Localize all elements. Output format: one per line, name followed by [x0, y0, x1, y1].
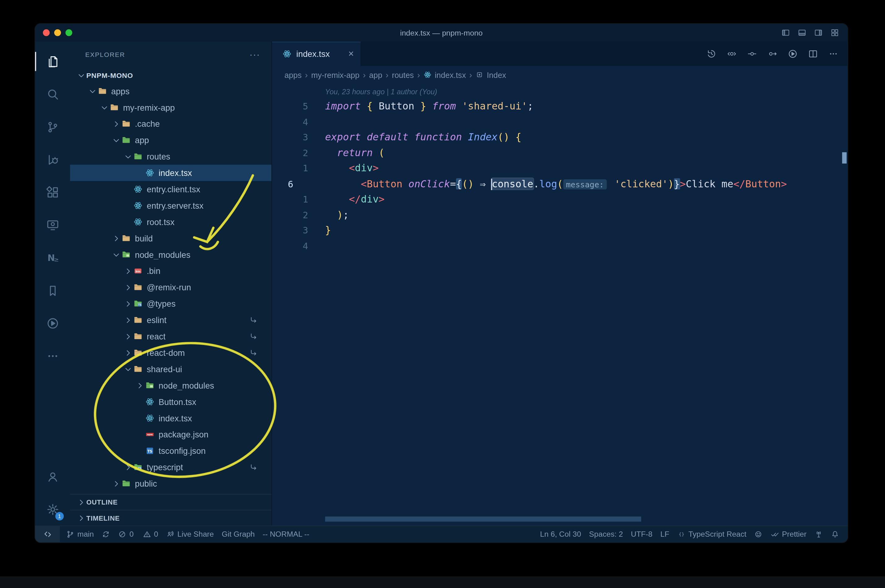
status-sync[interactable] — [98, 526, 114, 543]
folder-ts-icon: TS — [133, 299, 143, 309]
tree-item-label: Button.tsx — [159, 397, 197, 406]
activity-extensions[interactable] — [35, 176, 70, 208]
breadcrumb-my-remix-app[interactable]: my-remix-app — [311, 70, 360, 79]
breadcrumb-apps[interactable]: apps — [284, 70, 301, 79]
close-icon[interactable]: × — [348, 49, 354, 59]
code-line-5[interactable]: 1 <div> — [272, 161, 847, 176]
tree-file-package.json[interactable]: npmpackage.json — [70, 426, 271, 443]
tree-folder-@types[interactable]: TS@types — [70, 296, 271, 312]
activity-settings[interactable]: 1 — [35, 493, 70, 525]
horizontal-scrollbar[interactable] — [325, 517, 641, 522]
activity-source-control[interactable] — [35, 111, 70, 144]
status-problems[interactable]: 00 — [114, 526, 162, 543]
folder-green-icon — [121, 135, 131, 145]
status-notifications[interactable] — [827, 526, 843, 543]
breadcrumb-index.tsx[interactable]: index.tsx — [423, 70, 466, 79]
jump-icon[interactable] — [767, 48, 778, 59]
code-line-4[interactable]: 2 return ( — [272, 145, 847, 161]
status-live-share[interactable]: Live Share — [162, 526, 218, 543]
activity-run-debug[interactable] — [35, 143, 70, 176]
tree-root-pnpm-mono[interactable]: PNPM-MONO — [70, 68, 271, 83]
code-line-2[interactable]: 4 — [272, 114, 847, 129]
minimize-button[interactable] — [54, 29, 61, 36]
tree-folder-react[interactable]: react — [70, 328, 271, 345]
status-git-branch[interactable]: main — [62, 526, 98, 543]
code-line-6[interactable]: 6 <Button onClick={() ⇒ console.log(mess… — [272, 176, 847, 192]
tree-folder-.cache[interactable]: .cache — [70, 116, 271, 132]
tree-file-button.tsx[interactable]: Button.tsx — [70, 393, 271, 410]
code-text: <Button onClick={() ⇒ console.log(messag… — [308, 176, 787, 192]
overview-ruler[interactable] — [841, 84, 848, 525]
tree-folder-eslint[interactable]: eslint — [70, 312, 271, 328]
peek-icon[interactable] — [726, 48, 737, 59]
tree-folder-react-dom[interactable]: react-dom — [70, 344, 271, 361]
tree-file-entry.server.tsx[interactable]: entry.server.tsx — [70, 197, 271, 214]
activity-explorer[interactable] — [35, 45, 70, 78]
tree-folder-node_modules[interactable]: node_modules — [70, 246, 271, 263]
status-encoding[interactable]: UTF-8 — [627, 526, 656, 543]
tab-index-tsx[interactable]: index.tsx × — [272, 42, 361, 66]
layout-sidebar-left-icon[interactable] — [781, 28, 790, 37]
status-live-reload[interactable] — [810, 526, 827, 543]
status-indentation[interactable]: Spaces: 2 — [585, 526, 627, 543]
folder-npm-icon — [121, 250, 131, 260]
more-actions-icon[interactable]: ··· — [250, 50, 260, 60]
tree-folder-routes[interactable]: routes — [70, 148, 271, 165]
tree-folder-public[interactable]: public — [70, 476, 271, 492]
breadcrumb-index[interactable]: Index — [476, 70, 506, 79]
tree-file-index.tsx[interactable]: index.tsx — [70, 165, 271, 181]
tree-folder-typescript[interactable]: TStypescript — [70, 459, 271, 476]
chevron-right-icon — [123, 299, 133, 308]
code-line-3[interactable]: 3export default function Index() { — [272, 130, 847, 145]
chevron-right-icon — [123, 332, 133, 340]
close-button[interactable] — [43, 29, 50, 36]
tree-folder-apps[interactable]: apps — [70, 83, 271, 99]
status-feedback[interactable] — [750, 526, 767, 543]
activity-bookmarks[interactable] — [35, 274, 70, 307]
history-icon[interactable] — [706, 48, 717, 59]
code-line-1[interactable]: 5import { Button } from 'shared-ui'; — [272, 99, 847, 114]
status-git-graph[interactable]: Git Graph — [218, 526, 259, 543]
activity-account[interactable] — [35, 460, 70, 493]
status-cursor-position[interactable]: Ln 6, Col 30 — [536, 526, 585, 543]
tree-folder-@remix-run[interactable]: @remix-run — [70, 279, 271, 296]
tree-folder-my-remix-app[interactable]: my-remix-app — [70, 99, 271, 116]
run-circle-icon[interactable] — [787, 48, 798, 59]
tree-folder-node_modules[interactable]: node_modules — [70, 377, 271, 393]
tree-folder-build[interactable]: build — [70, 230, 271, 246]
inline-icon[interactable] — [747, 48, 757, 59]
tree-folder-shared-ui[interactable]: shared-ui — [70, 361, 271, 377]
status-language-mode[interactable]: {}TypeScript React — [673, 526, 750, 543]
tree-folder-.bin[interactable]: bin.bin — [70, 263, 271, 279]
activity-more-views[interactable] — [35, 339, 70, 372]
activity-code-runner[interactable] — [35, 307, 70, 339]
section-timeline[interactable]: TIMELINE — [70, 510, 271, 525]
zoom-button[interactable] — [66, 29, 72, 36]
tree-file-index.tsx[interactable]: index.tsx — [70, 410, 271, 426]
status-vim-mode[interactable]: -- NORMAL -- — [259, 526, 313, 543]
tree-file-root.tsx[interactable]: root.tsx — [70, 214, 271, 230]
layout-sidebar-right-icon[interactable] — [814, 28, 823, 37]
status-remote-indicator[interactable] — [35, 526, 60, 543]
tree-file-tsconfig.json[interactable]: TStsconfig.json — [70, 443, 271, 459]
split-editor-icon[interactable] — [808, 48, 819, 59]
tree-file-entry.client.tsx[interactable]: entry.client.tsx — [70, 181, 271, 198]
activity-search[interactable] — [35, 78, 70, 111]
code-editor[interactable]: You, 23 hours ago | 1 author (You) 5impo… — [272, 84, 847, 525]
code-line-8[interactable]: 2 ); — [272, 207, 847, 223]
activity-nx-console[interactable]: N≥ — [35, 242, 70, 274]
breadcrumb-routes[interactable]: routes — [392, 70, 414, 79]
status-prettier[interactable]: Prettier — [767, 526, 810, 543]
layout-panel-icon[interactable] — [798, 28, 807, 37]
status-eol[interactable]: LF — [656, 526, 673, 543]
chevron-right-icon: › — [470, 70, 472, 80]
tree-folder-app[interactable]: app — [70, 132, 271, 148]
code-line-9[interactable]: 3} — [272, 223, 847, 238]
layout-customize-icon[interactable] — [830, 28, 839, 37]
activity-remote-explorer[interactable] — [35, 208, 70, 242]
section-outline[interactable]: OUTLINE — [70, 494, 271, 510]
code-line-10[interactable]: 4 — [272, 238, 847, 254]
code-line-7[interactable]: 1 </div> — [272, 192, 847, 207]
more-icon[interactable] — [828, 48, 839, 59]
breadcrumb-app[interactable]: app — [369, 70, 382, 79]
